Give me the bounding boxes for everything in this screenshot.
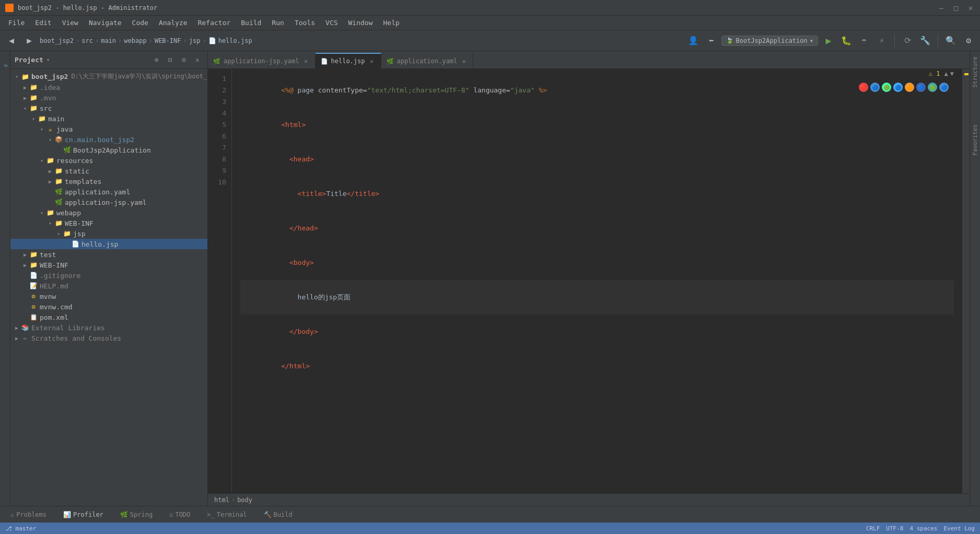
browser-icon-1[interactable]: 🔴 [859,83,868,92]
encoding-status[interactable]: UTF-8 [886,525,903,532]
tree-item-webinf2[interactable]: ▶ 📁 WEB-INF [10,260,207,270]
browser-icon-7[interactable]: 🟢 [928,83,937,92]
tree-item-test[interactable]: ▶ 📁 test [10,249,207,260]
browser-icon-2[interactable]: 🔵 [870,83,880,92]
maximize-button[interactable]: □ [952,4,960,12]
tree-item-help[interactable]: ▶ 📝 HELP.md [10,281,207,291]
tree-item-resources[interactable]: ▾ 📁 resources [10,155,207,166]
menu-item-vcs[interactable]: VCS [321,18,342,28]
tree-item-webapp[interactable]: ▾ 📁 webapp [10,207,207,218]
tree-item-package[interactable]: ▾ 📦 cn.main.boot_jsp2 [10,134,207,145]
code-area[interactable]: <%@ page contentType="text/html;charset=… [232,69,962,493]
scroll-up-icon[interactable]: ▲ [944,70,948,77]
locate-file-icon[interactable]: ⊕ [151,54,162,66]
project-panel-icon[interactable]: P [0,62,16,70]
scroll-down-icon[interactable]: ▼ [950,70,954,77]
tab-app-jsp-yaml[interactable]: 🌿 application-jsp.yaml ✕ [208,53,316,68]
run-button[interactable]: ▶ [821,33,836,48]
panel-dropdown-icon[interactable]: ▾ [46,56,50,63]
tree-item-templates[interactable]: ▶ 📁 templates [10,176,207,187]
menu-item-tools[interactable]: Tools [290,18,319,28]
tab-problems[interactable]: ⚠ Problems [6,509,51,520]
debug-button[interactable]: 🐛 [839,33,854,48]
tab-spring[interactable]: 🌿 Spring [116,509,157,520]
bc-html[interactable]: html [214,496,229,504]
tree-item-mvnw[interactable]: ▶ ⚙ mvnw [10,291,207,301]
menu-item-code[interactable]: Code [128,18,153,28]
tab-app-jsp-yaml-close[interactable]: ✕ [302,57,310,65]
tab-hello-jsp[interactable]: 📄 hello.jsp ✕ [316,53,381,68]
breadcrumb-project[interactable]: boot_jsp2 [40,37,74,44]
browser-icon-3[interactable]: 🟢 [882,83,891,92]
tree-item-static[interactable]: ▶ 📁 static [10,166,207,176]
menu-item-file[interactable]: File [4,18,29,28]
breadcrumb-webapp[interactable]: webapp [124,37,146,44]
panel-options-icon[interactable]: ⚙ [178,54,190,66]
tree-item-mvnw-cmd[interactable]: ▶ ⚙ mvnw.cmd [10,301,207,312]
bc-body[interactable]: body [237,496,252,504]
update-button[interactable]: ⟳ [900,33,915,48]
indent-status[interactable]: 4 spaces [909,525,937,532]
gear-button[interactable]: ⚙ [961,33,976,48]
browser-icon-5[interactable]: 🟠 [905,83,914,92]
line-ending-status[interactable]: CRLF [866,525,880,532]
tree-item-src[interactable]: ▾ 📁 src [10,103,207,113]
tab-app-yaml-close[interactable]: ✕ [460,57,468,65]
tree-item-app-yaml[interactable]: ▶ 🌿 application.yaml [10,187,207,197]
profile-button[interactable]: ⚡ [874,33,889,48]
coverage-button[interactable]: ☂ [857,33,871,48]
tree-item-scratches[interactable]: ▶ ✏ Scratches and Consoles [10,333,207,343]
tree-root[interactable]: ▾ 📁 boot_jsp2 D:\大三下学期java学习\实训\spring\b… [10,71,207,82]
menu-item-help[interactable]: Help [379,18,404,28]
favorites-panel-label[interactable]: Favorites [972,124,978,156]
collapse-all-icon[interactable]: ⊟ [165,54,176,66]
search-button[interactable]: 🔍 [943,33,958,48]
minimize-button[interactable]: — [937,4,946,12]
tree-item-mvn[interactable]: ▶ 📁 .mvn [10,92,207,103]
forward-button[interactable]: ▶ [22,33,37,48]
tab-app-yaml[interactable]: 🌿 application.yaml ✕ [381,53,474,68]
tab-todo[interactable]: ☑ TODO [165,509,194,520]
tab-hello-jsp-close[interactable]: ✕ [368,57,376,65]
menu-item-build[interactable]: Build [237,18,265,28]
browser-icon-8[interactable]: 🔵 [939,83,949,92]
tab-profiler[interactable]: 📊 Profiler [59,509,108,520]
structure-panel-label[interactable]: Structure [972,56,978,88]
settings-button[interactable]: 🔧 [918,33,932,48]
browser-icon-4[interactable]: 🔵 [893,83,903,92]
tree-item-idea[interactable]: ▶ 📁 .idea [10,82,207,92]
menu-item-view[interactable]: View [58,18,83,28]
event-log-status[interactable]: Event Log [943,525,975,532]
browser-icon-6[interactable]: 🔵 [916,83,926,92]
tree-item-webinf[interactable]: ▾ 📁 WEB-INF [10,218,207,228]
close-button[interactable]: ✕ [966,4,975,12]
menu-item-navigate[interactable]: Navigate [85,18,126,28]
run-config-dropdown-icon[interactable]: ▾ [810,37,813,44]
tree-item-java[interactable]: ▾ ☕ java [10,124,207,134]
run-config-selector[interactable]: 🍃 BootJsp2Application ▾ [721,36,818,46]
tab-build[interactable]: 🔨 Build [260,509,297,520]
tree-item-app-jsp-yaml[interactable]: ▶ 🌿 application-jsp.yaml [10,197,207,207]
tree-item-jsp-folder[interactable]: ▾ 📁 jsp [10,228,207,239]
tree-item-external-libs[interactable]: ▶ 📚 External Libraries [10,322,207,333]
tree-item-boot-app[interactable]: ▶ 🌿 BootJsp2Application [10,145,207,155]
tree-item-main[interactable]: ▾ 📁 main [10,113,207,124]
breadcrumb-webinf[interactable]: WEB-INF [155,37,181,44]
menu-item-refactor[interactable]: Refactor [194,18,235,28]
breadcrumb-src[interactable]: src [81,37,93,44]
back-button[interactable]: ◀ [4,33,19,48]
user-icon[interactable]: 👤 [686,33,701,48]
breadcrumb-main[interactable]: main [101,37,116,44]
menu-item-analyze[interactable]: Analyze [155,18,192,28]
tab-terminal[interactable]: >_ Terminal [203,509,251,520]
breadcrumb-jsp[interactable]: jsp [189,37,201,44]
tree-item-gitignore[interactable]: ▶ 📄 .gitignore [10,270,207,281]
menu-item-run[interactable]: Run [267,18,288,28]
git-branch-status[interactable]: ⎇ master [5,525,36,532]
tree-item-hello-jsp[interactable]: ▶ 📄 hello.jsp [10,239,207,249]
nav-back-btn[interactable]: ⬅ [704,33,718,48]
tree-item-pom[interactable]: ▶ 📋 pom.xml [10,312,207,322]
panel-close-icon[interactable]: ✕ [192,54,203,66]
menu-item-edit[interactable]: Edit [31,18,55,28]
menu-item-window[interactable]: Window [344,18,377,28]
